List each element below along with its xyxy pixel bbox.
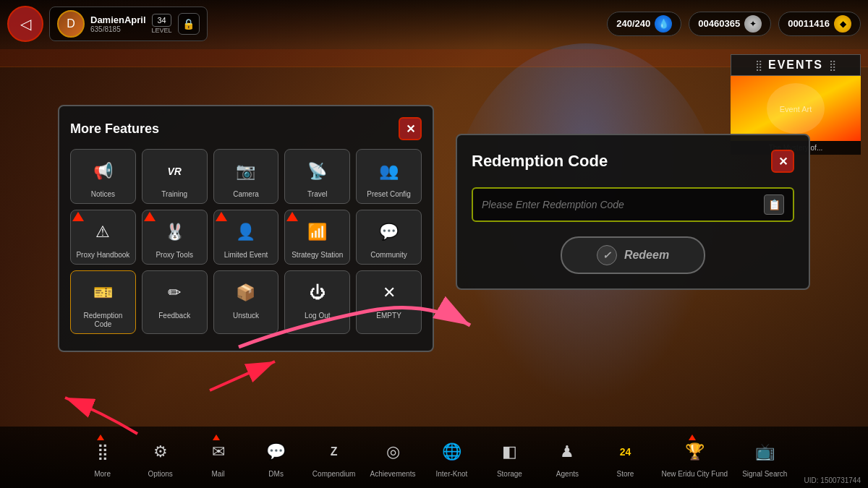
feature-empty[interactable]: ✕ EMPTY: [356, 270, 422, 334]
bottom-nav: ⣿ More ⚙ Options ✉ Mail 💬 DMs Z Compendi…: [0, 427, 868, 488]
paste-button[interactable]: 📋: [764, 194, 784, 215]
camera-label: Camera: [233, 190, 259, 199]
nav-mail[interactable]: ✉ Mail: [190, 431, 247, 484]
paste-icon: 📋: [768, 199, 780, 210]
feature-log-out[interactable]: ⏻ Log Out: [284, 270, 350, 334]
currency-icon: ◆: [834, 15, 851, 33]
dms-icon: 💬: [261, 437, 292, 467]
player-details: DamienApril 635/8185: [90, 14, 146, 33]
inter-knot-icon: 🌐: [436, 437, 467, 467]
options-icon: ⚙: [145, 437, 176, 467]
events-grid-left: ⣿: [755, 59, 762, 71]
proxy-handbook-alert: [72, 212, 84, 221]
nav-achievements[interactable]: ◎ Achievements: [363, 431, 423, 484]
proxy-handbook-icon: ⚠: [88, 218, 117, 247]
close-icon: ✕: [406, 122, 415, 136]
redemption-header: Redemption Code ✕: [472, 150, 794, 173]
limited-event-alert: [216, 212, 227, 221]
camera-icon: 📷: [231, 157, 260, 186]
feature-limited-event[interactable]: 👤 Limited Event: [213, 210, 279, 265]
empty-icon: ✕: [375, 278, 404, 307]
proxy-handbook-label: Proxy Handbook: [76, 251, 129, 260]
preset-config-icon: 👥: [375, 157, 404, 186]
mail-label: Mail: [211, 470, 224, 478]
credits-resource: 00460365 ✦: [689, 12, 771, 36]
new-eridu-alert-indicator: [689, 435, 696, 440]
nav-storage[interactable]: ◧ Storage: [480, 431, 538, 484]
redeem-button[interactable]: ✓ Redeem: [561, 236, 705, 274]
new-eridu-label: New Eridu City Fund: [661, 470, 728, 478]
nav-more[interactable]: ⣿ More: [74, 431, 132, 484]
features-row-2: ⚠ Proxy Handbook 🐰 Proxy Tools 👤 Limited…: [70, 210, 422, 265]
proxy-tools-label: Proxy Tools: [156, 251, 193, 260]
achievements-label: Achievements: [370, 470, 416, 478]
player-sub: 635/8185: [90, 25, 146, 33]
strategy-station-label: Strategy Station: [292, 251, 343, 260]
nav-signal-search[interactable]: 📺 Signal Search: [735, 431, 794, 484]
nav-store[interactable]: 24 Store: [596, 431, 654, 484]
more-features-panel: More Features ✕ 📢 Notices VR Training 📷 …: [58, 105, 434, 352]
back-icon: ◁: [20, 15, 31, 33]
training-icon: VR: [160, 157, 189, 186]
training-label: Training: [161, 190, 187, 199]
more-features-close-button[interactable]: ✕: [399, 117, 422, 140]
redemption-code-input[interactable]: [482, 199, 764, 210]
lock-icon[interactable]: 🔒: [178, 13, 200, 35]
feature-feedback[interactable]: ✏ Feedback: [142, 270, 208, 334]
redemption-close-icon: ✕: [778, 155, 788, 168]
feature-strategy-station[interactable]: 📶 Strategy Station: [284, 210, 350, 265]
currency-resource: 00011416 ◆: [778, 12, 861, 36]
feature-training[interactable]: VR Training: [142, 149, 208, 204]
feature-camera[interactable]: 📷 Camera: [213, 149, 279, 204]
features-row-1: 📢 Notices VR Training 📷 Camera 📡 Travel …: [70, 149, 422, 204]
dms-label: DMs: [268, 470, 284, 478]
feedback-icon: ✏: [160, 278, 189, 307]
credits-icon: ✦: [744, 15, 762, 33]
features-row-3: 🎫 Redemption Code ✏ Feedback 📦 Unstuck ⏻…: [70, 270, 422, 334]
nav-agents[interactable]: ♟ Agents: [538, 431, 596, 484]
feature-proxy-tools[interactable]: 🐰 Proxy Tools: [142, 210, 208, 265]
nav-options[interactable]: ⚙ Options: [132, 431, 190, 484]
mail-alert-indicator: [213, 435, 220, 440]
store-icon: 24: [610, 437, 640, 467]
feedback-label: Feedback: [158, 312, 190, 320]
compendium-icon: Z: [319, 437, 349, 467]
player-name: DamienApril: [90, 14, 146, 25]
level-badge: 34: [152, 14, 171, 27]
nav-compendium[interactable]: Z Compendium: [305, 431, 363, 484]
redemption-close-button[interactable]: ✕: [771, 150, 794, 173]
nav-new-eridu[interactable]: 🏆 New Eridu City Fund: [654, 431, 735, 484]
uid-display: UID: 1500731744: [804, 476, 861, 484]
limited-event-icon: 👤: [231, 218, 260, 247]
feature-redemption-code[interactable]: 🎫 Redemption Code: [70, 270, 136, 334]
community-icon: 💬: [375, 218, 404, 247]
nav-dms[interactable]: 💬 DMs: [247, 431, 305, 484]
community-label: Community: [370, 251, 407, 260]
credits-value: 00460365: [698, 18, 740, 29]
panel-header: More Features ✕: [70, 117, 422, 140]
unstuck-icon: 📦: [231, 278, 260, 307]
travel-icon: 📡: [303, 157, 332, 186]
storage-label: Storage: [497, 470, 522, 478]
resource-bar: 240/240 💧 00460365 ✦ 00011416 ◆: [607, 12, 861, 36]
store-label: Store: [616, 470, 634, 478]
feature-community[interactable]: 💬 Community: [356, 210, 422, 265]
feature-unstuck[interactable]: 📦 Unstuck: [213, 270, 279, 334]
redemption-panel: Redemption Code ✕ 📋 ✓ Redeem: [456, 134, 810, 290]
feature-travel[interactable]: 📡 Travel: [284, 149, 350, 204]
proxy-tools-icon: 🐰: [160, 218, 189, 247]
feature-notices[interactable]: 📢 Notices: [70, 149, 136, 204]
redemption-input-container[interactable]: 📋: [472, 187, 794, 222]
events-title: EVENTS: [768, 59, 823, 72]
redemption-title: Redemption Code: [472, 152, 608, 171]
feature-proxy-handbook[interactable]: ⚠ Proxy Handbook: [70, 210, 136, 265]
more-alert-indicator: [97, 435, 104, 440]
feature-preset-config[interactable]: 👥 Preset Config: [356, 149, 422, 204]
compendium-label: Compendium: [312, 470, 355, 478]
strategy-station-alert: [286, 212, 298, 221]
back-button[interactable]: ◁: [7, 6, 43, 42]
player-info: D DamienApril 635/8185 34 LEVEL 🔒: [49, 7, 208, 41]
more-icon: ⣿: [88, 437, 118, 467]
events-image[interactable]: Event Art: [731, 76, 861, 141]
nav-inter-knot[interactable]: 🌐 Inter-Knot: [422, 431, 480, 484]
